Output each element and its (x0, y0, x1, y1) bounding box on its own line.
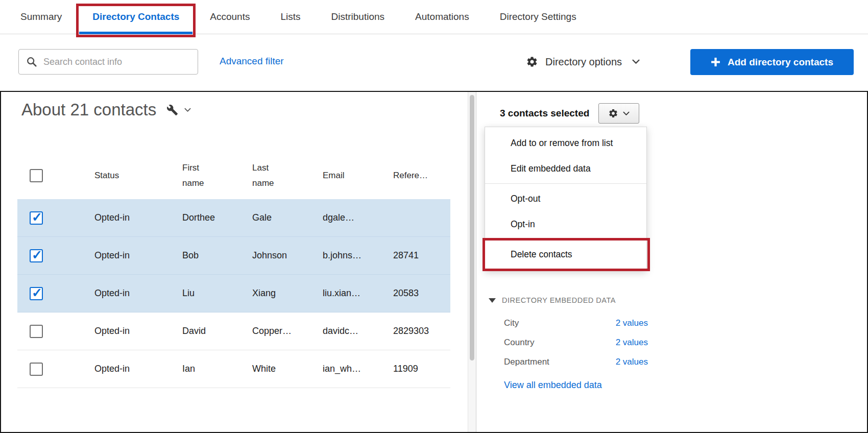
menu-item-opt-out[interactable]: Opt-out (485, 186, 646, 211)
cell-email: davidc… (306, 326, 376, 336)
tab-directory-settings[interactable]: Directory Settings (485, 0, 592, 34)
cell-reference: 11909 (376, 364, 450, 374)
header-reference: Refere… (376, 171, 450, 181)
cell-last-name: Xiang (235, 288, 306, 299)
search-input[interactable] (42, 56, 190, 68)
menu-divider (485, 239, 646, 239)
search-icon (26, 56, 37, 67)
directory-options-button[interactable]: Directory options (526, 52, 640, 72)
table-row[interactable]: Opted-in Bob Johnson b.johns… 28741 (17, 237, 450, 275)
field-name: Department (504, 357, 549, 367)
row-checkbox[interactable] (30, 325, 43, 338)
cell-last-name: Johnson (235, 250, 306, 261)
contact-actions-menu: Add to or remove from list Edit embedded… (485, 127, 647, 271)
table-row[interactable]: Opted-in Liu Xiang liu.xian… 20583 (17, 275, 450, 312)
table-row[interactable]: Opted-in David Copper… davidc… 2829303 (17, 312, 450, 350)
gear-icon (526, 56, 538, 68)
cell-status: Opted-in (78, 326, 165, 336)
row-checkbox[interactable] (30, 287, 43, 300)
table-row[interactable]: Opted-in Dorthee Gale dgale… (17, 199, 450, 237)
plus-icon (711, 57, 720, 67)
chevron-down-icon (184, 108, 191, 112)
cell-last-name: White (235, 364, 306, 374)
vertical-scrollbar[interactable] (468, 92, 476, 432)
toolbar: Advanced filter Directory options Add di… (0, 35, 868, 91)
cell-status: Opted-in (78, 212, 165, 223)
table-row[interactable]: Opted-in Ian White ian_wh… 11909 (17, 350, 450, 388)
header-last-name: Last name (235, 160, 306, 191)
select-all-checkbox[interactable] (30, 169, 43, 182)
cell-first-name: Ian (165, 364, 235, 374)
tab-lists[interactable]: Lists (265, 0, 316, 34)
wrench-icon (166, 104, 178, 116)
menu-item-delete-contacts[interactable]: Delete contacts (485, 242, 646, 267)
cell-reference: 20583 (376, 288, 450, 299)
embedded-data-field-row: Department 2 values (504, 352, 648, 372)
top-tab-bar: Summary Directory Contacts Accounts List… (0, 0, 868, 34)
tab-directory-contacts[interactable]: Directory Contacts (77, 0, 195, 34)
cell-email: liu.xian… (306, 288, 376, 299)
tab-accounts[interactable]: Accounts (195, 0, 265, 34)
row-checkbox[interactable] (30, 363, 43, 376)
tab-distributions[interactable]: Distributions (316, 0, 400, 34)
contact-actions-button[interactable] (598, 103, 639, 124)
add-directory-contacts-button[interactable]: Add directory contacts (690, 49, 854, 75)
menu-item-add-remove-list[interactable]: Add to or remove from list (485, 130, 646, 156)
contacts-count-title: About 21 contacts (21, 100, 156, 119)
field-name: City (504, 318, 519, 328)
row-checkbox[interactable] (30, 211, 43, 225)
scrollbar-thumb[interactable] (470, 95, 474, 360)
table-header-row: Status First name Last name Email Refere… (17, 152, 450, 199)
chevron-down-icon (623, 111, 630, 116)
directory-options-label: Directory options (545, 56, 622, 68)
cell-status: Opted-in (78, 288, 165, 299)
row-checkbox[interactable] (30, 249, 43, 262)
field-values-link[interactable]: 2 values (616, 318, 648, 328)
cell-reference: 28741 (376, 250, 450, 261)
gear-icon (608, 108, 618, 118)
cell-email: ian_wh… (306, 364, 376, 374)
menu-item-edit-embedded-data[interactable]: Edit embedded data (485, 156, 646, 181)
search-box[interactable] (18, 49, 198, 75)
cell-first-name: David (165, 326, 235, 336)
contacts-panel: About 21 contacts Status First name Last… (1, 92, 468, 432)
menu-divider (485, 183, 646, 184)
main-content: About 21 contacts Status First name Last… (0, 91, 868, 433)
contacts-table: Status First name Last name Email Refere… (17, 152, 450, 388)
cell-first-name: Liu (165, 288, 235, 299)
cell-first-name: Dorthee (165, 212, 235, 223)
cell-first-name: Bob (165, 250, 235, 261)
embedded-data-section-header[interactable]: DIRECTORY EMBEDDED DATA (489, 296, 648, 304)
cell-last-name: Copper… (235, 326, 306, 336)
tab-automations[interactable]: Automations (400, 0, 485, 34)
collapse-triangle-icon (489, 298, 496, 303)
selected-count-label: 3 contacts selected (500, 108, 589, 119)
header-status: Status (78, 171, 165, 181)
header-email: Email (306, 171, 376, 181)
embedded-data-field-row: City 2 values (504, 314, 648, 333)
embedded-data-section-title: DIRECTORY EMBEDDED DATA (502, 296, 616, 304)
menu-item-opt-in[interactable]: Opt-in (485, 211, 646, 237)
table-tools-button[interactable] (166, 104, 191, 116)
field-values-link[interactable]: 2 values (616, 357, 648, 367)
view-all-embedded-data-link[interactable]: View all embedded data (504, 380, 602, 391)
header-first-name: First name (165, 160, 235, 191)
cell-reference: 2829303 (376, 326, 450, 336)
advanced-filter-link[interactable]: Advanced filter (220, 56, 284, 67)
cell-status: Opted-in (78, 364, 165, 374)
cell-email: b.johns… (306, 250, 376, 261)
menu-item-delete-contacts-label: Delete contacts (511, 249, 572, 260)
embedded-data-section: DIRECTORY EMBEDDED DATA City 2 values Co… (489, 296, 648, 391)
embedded-data-field-row: Country 2 values (504, 333, 648, 352)
tab-summary[interactable]: Summary (5, 0, 77, 34)
field-values-link[interactable]: 2 values (616, 338, 648, 348)
chevron-down-icon (632, 59, 640, 64)
selection-panel: 3 contacts selected Add to or remove fro… (476, 92, 867, 432)
cell-last-name: Gale (235, 212, 306, 223)
tab-directory-contacts-label: Directory Contacts (92, 11, 179, 22)
cell-status: Opted-in (78, 250, 165, 261)
add-directory-contacts-label: Add directory contacts (728, 57, 833, 68)
field-name: Country (504, 338, 535, 348)
cell-email: dgale… (306, 212, 376, 223)
